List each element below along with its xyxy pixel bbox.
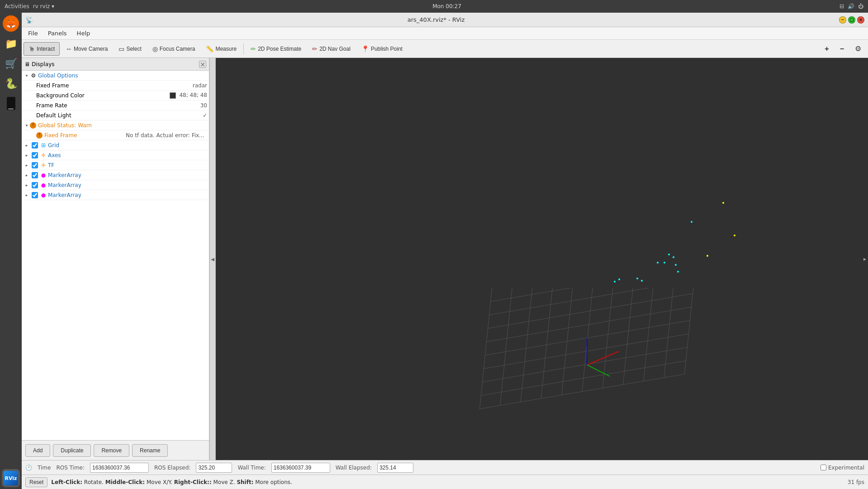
minimize-button[interactable]: − — [839, 16, 846, 24]
tf-row[interactable]: ▸ ✛ TF — [22, 160, 209, 170]
axes-row[interactable]: ▸ ✛ Axes — [22, 150, 209, 160]
default-light-row[interactable]: Default Light ✓ — [22, 110, 209, 120]
ros-elapsed-input[interactable] — [196, 463, 232, 473]
marker-array-2-checkbox[interactable] — [32, 182, 38, 188]
tf-icon: ✛ — [40, 162, 47, 169]
fixed-frame-error-value: No tf data. Actual error: Fixed Fra... — [126, 132, 207, 139]
menu-file[interactable]: File — [24, 29, 43, 38]
svg-line-17 — [623, 288, 635, 384]
global-options-expand[interactable]: ▾ — [24, 72, 30, 79]
settings-button[interactable]: ⚙ — [850, 42, 866, 56]
global-options-row[interactable]: ▾ ⚙ Global Options — [22, 71, 209, 81]
svg-line-11 — [500, 288, 512, 405]
tree-area: ▾ ⚙ Global Options Fixed Frame radar Bac… — [22, 71, 209, 440]
experimental-checkbox[interactable] — [821, 465, 826, 470]
left-dock: 🦊 📁 🛒 🐍 _ RViz — [0, 13, 22, 489]
color-swatch — [170, 92, 176, 99]
left-panel: 🖥 Displays × ▾ ⚙ Global Options Fixed Fr… — [22, 58, 209, 460]
marker-array-2-expand[interactable]: ▸ — [24, 182, 30, 188]
marker-array-3-expand[interactable]: ▸ — [24, 192, 30, 198]
zoom-out-button[interactable]: − — [835, 42, 849, 56]
menu-panels[interactable]: Panels — [43, 29, 71, 38]
axes-icon: ✛ — [40, 152, 47, 159]
move-camera-button[interactable]: ↔ Move Camera — [61, 42, 113, 56]
tf-expand[interactable]: ▸ — [24, 162, 30, 168]
viewport-right-arrow[interactable]: ▸ — [862, 254, 868, 264]
wall-elapsed-input[interactable] — [377, 463, 413, 473]
frame-rate-row[interactable]: Frame Rate 30 — [22, 101, 209, 110]
dock-store[interactable]: 🛒 — [2, 54, 20, 72]
rename-button[interactable]: Rename — [132, 444, 168, 457]
collapse-handle[interactable]: ◀ — [209, 58, 216, 460]
global-status-label: Global Status: Warn — [38, 122, 207, 129]
tf-checkbox[interactable] — [32, 162, 38, 168]
select-icon: ▭ — [119, 45, 124, 53]
menu-help[interactable]: Help — [72, 29, 95, 38]
interact-button[interactable]: 🖱 Interact — [24, 42, 60, 56]
grid-checkbox[interactable] — [32, 142, 38, 149]
3d-grid — [474, 288, 700, 424]
axes-expand[interactable]: ▸ — [24, 152, 30, 158]
fixed-frame-warn-icon: ! — [36, 132, 43, 139]
maximize-button[interactable]: □ — [848, 16, 855, 24]
add-button[interactable]: Add — [25, 444, 50, 457]
network-icon: ⊟ — [840, 3, 844, 10]
app-icon: 📡 — [25, 16, 33, 24]
displays-close[interactable]: × — [199, 61, 206, 68]
dock-rviz[interactable]: RViz — [2, 469, 20, 487]
grid-icon: ⊞ — [40, 142, 47, 149]
dock-pycharm[interactable]: 🐍 — [2, 74, 20, 92]
background-color-label: Background Color — [36, 92, 168, 99]
dock-firefox[interactable]: 🦊 — [2, 14, 20, 33]
time-bar: 🕐 Time ROS Time: ROS Elapsed: Wall Time:… — [22, 460, 868, 475]
focus-camera-button[interactable]: ◎ Focus Camera — [147, 42, 200, 56]
nav-goal-button[interactable]: ✏ 2D Nav Goal — [307, 42, 356, 56]
background-color-row[interactable]: Background Color 48; 48; 48 — [22, 91, 209, 101]
scatter-dot-4 — [673, 256, 674, 258]
wall-time-input[interactable] — [271, 463, 330, 473]
marker-array-2-row[interactable]: ▸ ● MarkerArray — [22, 180, 209, 190]
marker-array-1-row[interactable]: ▸ ● MarkerArray — [22, 170, 209, 180]
marker-array-1-expand[interactable]: ▸ — [24, 172, 30, 178]
marker-array-3-row[interactable]: ▸ ● MarkerArray — [22, 190, 209, 200]
activities-label[interactable]: Activities — [5, 3, 29, 10]
zoom-in-button[interactable]: + — [820, 42, 834, 56]
ros-time-input[interactable] — [90, 463, 149, 473]
displays-header-left: 🖥 Displays — [24, 61, 54, 67]
global-status-row[interactable]: ▾ ! Global Status: Warn — [22, 120, 209, 130]
global-status-expand[interactable]: ▾ — [24, 122, 30, 129]
marker-array-1-checkbox[interactable] — [32, 172, 38, 178]
marker-array-3-label: MarkerArray — [48, 192, 207, 198]
close-button[interactable]: × — [857, 16, 864, 24]
move-camera-label: Move Camera — [74, 46, 108, 52]
marker-array-3-checkbox[interactable] — [32, 192, 38, 198]
select-label: Select — [126, 46, 141, 52]
duplicate-button[interactable]: Duplicate — [53, 444, 91, 457]
power-icon: ⏻ — [858, 3, 863, 10]
grid-label: Grid — [48, 142, 207, 149]
warn-icon: ! — [30, 122, 36, 129]
remove-button[interactable]: Remove — [94, 444, 129, 457]
grid-expand[interactable]: ▸ — [24, 142, 30, 149]
pose-estimate-button[interactable]: ✏ 2D Pose Estimate — [246, 42, 306, 56]
scatter-dot-5 — [664, 262, 665, 264]
fixed-frame-label: Fixed Frame — [36, 82, 191, 89]
fixed-frame-row[interactable]: Fixed Frame radar — [22, 81, 209, 91]
title-bar-left: 📡 — [25, 16, 33, 24]
dock-files[interactable]: 📁 — [2, 34, 20, 53]
fixed-frame-error-row[interactable]: ! Fixed Frame No tf data. Actual error: … — [22, 130, 209, 140]
select-button[interactable]: ▭ Select — [114, 42, 146, 56]
axes-checkbox[interactable] — [32, 152, 38, 158]
reset-button[interactable]: Reset — [25, 477, 47, 487]
menu-bar: File Panels Help — [22, 27, 868, 40]
measure-button[interactable]: 📏 Measure — [201, 42, 242, 56]
nav-goal-label: 2D Nav Goal — [319, 46, 351, 52]
ros-time-label: ROS Time: — [56, 465, 85, 471]
viewport-3d[interactable]: ▸ — [216, 58, 868, 460]
grid-row[interactable]: ▸ ⊞ Grid — [22, 140, 209, 150]
dock-terminal[interactable]: _ — [2, 94, 20, 112]
fps-display: 31 fps — [848, 479, 864, 485]
publish-point-button[interactable]: 📍 Publish Point — [356, 42, 408, 56]
svg-line-22 — [587, 365, 610, 376]
svg-line-12 — [521, 288, 533, 402]
